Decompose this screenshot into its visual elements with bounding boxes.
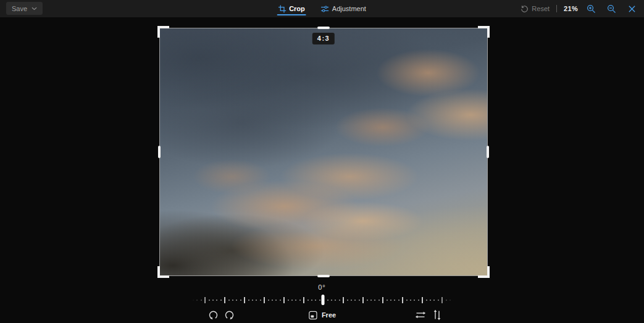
- flip-vertical-icon: [433, 309, 441, 321]
- aspect-ratio-label: Free: [322, 311, 336, 319]
- photo-editor-window: Save Crop Adjustment: [0, 0, 644, 323]
- zoom-out-button[interactable]: [604, 1, 619, 16]
- rotate-right-icon: [224, 310, 235, 321]
- crop-handle-right[interactable]: [487, 146, 489, 158]
- tab-adjustment-label: Adjustment: [332, 5, 366, 12]
- crop-handle-bottom[interactable]: [317, 275, 330, 277]
- zoom-level-value: 21%: [564, 5, 578, 12]
- save-button-label: Save: [12, 5, 27, 12]
- toolbar-divider: [556, 5, 557, 12]
- chevron-down-icon: [31, 7, 37, 10]
- rotate-left-icon: [208, 310, 219, 321]
- zoom-in-button[interactable]: [583, 1, 598, 16]
- crop-icon: [278, 5, 286, 13]
- rotation-value: 0°: [318, 283, 326, 291]
- rotation-slider-thumb[interactable]: [322, 295, 325, 305]
- photo-preview: [160, 28, 487, 275]
- toolbar-right-controls: Reset 21%: [521, 0, 639, 17]
- flip-horizontal-button[interactable]: [414, 308, 427, 322]
- adjustment-icon: [321, 5, 329, 13]
- tab-crop-label: Crop: [289, 5, 305, 12]
- flip-vertical-button[interactable]: [430, 308, 444, 322]
- reset-button[interactable]: Reset: [521, 5, 550, 13]
- aspect-ratio-badge: 4:3: [312, 33, 335, 44]
- crop-region[interactable]: 4:3: [159, 28, 488, 276]
- aspect-ratio-icon: [308, 311, 317, 320]
- rotate-right-button[interactable]: [222, 308, 236, 322]
- active-tab-indicator: [277, 14, 306, 16]
- rotate-left-button[interactable]: [206, 308, 220, 322]
- tab-crop[interactable]: Crop: [274, 0, 309, 17]
- toolbar: Save Crop Adjustment: [0, 0, 644, 17]
- close-icon: [628, 5, 636, 13]
- crop-handle-top[interactable]: [317, 27, 330, 29]
- crop-handle-left[interactable]: [158, 146, 161, 158]
- close-button[interactable]: [624, 1, 639, 16]
- reset-label: Reset: [532, 5, 550, 12]
- zoom-in-icon: [587, 4, 596, 14]
- flip-horizontal-icon: [415, 311, 426, 319]
- crop-handle-bottom-right[interactable]: [478, 266, 490, 278]
- crop-handle-top-left[interactable]: [157, 26, 169, 38]
- crop-handle-top-right[interactable]: [478, 26, 490, 38]
- crop-handle-bottom-left[interactable]: [157, 266, 169, 278]
- rotation-slider[interactable]: [192, 295, 454, 305]
- zoom-out-icon: [607, 4, 616, 14]
- reset-icon: [521, 5, 529, 13]
- aspect-ratio-button[interactable]: Free: [308, 308, 336, 322]
- tab-adjustment[interactable]: Adjustment: [317, 0, 370, 17]
- mode-tabs: Crop Adjustment: [274, 0, 370, 17]
- save-button[interactable]: Save: [6, 2, 43, 15]
